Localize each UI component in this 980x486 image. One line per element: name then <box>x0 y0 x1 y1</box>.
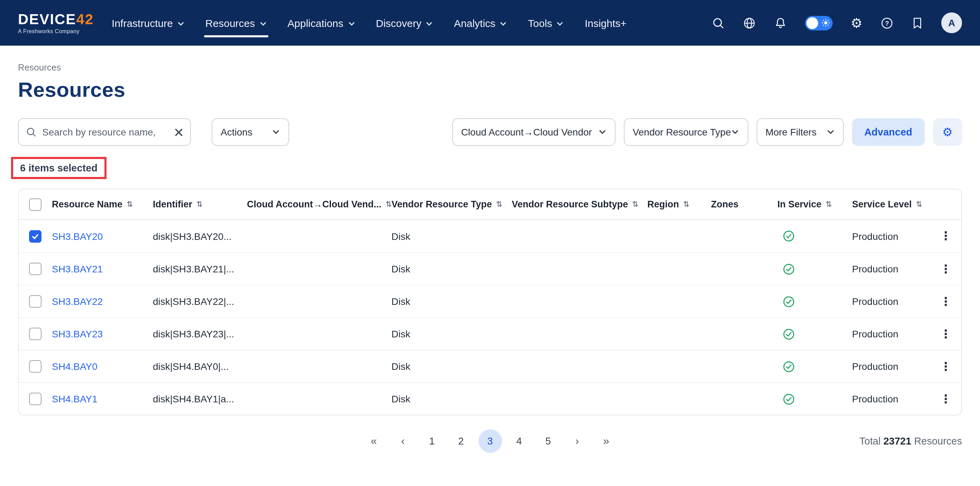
cloud-account-filter[interactable]: Cloud Account→Cloud Vendor <box>452 118 615 146</box>
sort-icon[interactable]: ⇅ <box>916 200 922 209</box>
sort-icon[interactable]: ⇅ <box>683 200 689 209</box>
page-2-button[interactable]: 2 <box>449 429 473 453</box>
svg-text:?: ? <box>885 19 889 27</box>
last-page-button[interactable]: » <box>595 429 618 453</box>
identifier-cell: disk|SH3.BAY21|... <box>153 264 247 275</box>
row-menu-button[interactable]: ⋮ <box>940 361 951 372</box>
search-icon[interactable] <box>712 16 725 29</box>
vendor-resource-type-filter[interactable]: Vendor Resource Type <box>624 118 748 146</box>
page-5-button[interactable]: 5 <box>536 429 560 453</box>
sort-icon[interactable]: ⇅ <box>196 200 203 209</box>
row-menu-cell: ⋮ <box>934 230 961 242</box>
toolbar-filters: Cloud Account→Cloud Vendor Vendor Resour… <box>452 118 962 146</box>
column-header[interactable]: Identifier⇅ <box>153 199 247 210</box>
advanced-button[interactable]: Advanced <box>852 118 925 146</box>
avatar[interactable]: A <box>941 13 962 33</box>
globe-icon[interactable] <box>743 16 756 29</box>
clear-search-icon[interactable] <box>174 127 183 137</box>
resource-name-link[interactable]: SH3.BAY22 <box>52 296 103 307</box>
row-checkbox[interactable] <box>29 295 41 308</box>
identifier-cell: disk|SH3.BAY23|... <box>153 329 247 340</box>
total-label: Total <box>859 435 880 446</box>
chevron-down-icon <box>348 20 355 27</box>
gear-icon[interactable]: ⚙ <box>851 16 862 29</box>
column-header-label: Region <box>648 199 679 210</box>
row-select-cell <box>19 230 52 242</box>
sort-icon[interactable]: ⇅ <box>496 200 503 209</box>
bell-icon[interactable] <box>774 16 787 29</box>
sort-icon[interactable]: ⇅ <box>826 200 832 209</box>
sun-icon <box>822 19 830 27</box>
column-header[interactable]: Resource Name⇅ <box>52 199 153 210</box>
theme-toggle[interactable] <box>805 16 833 30</box>
sort-icon[interactable]: ⇅ <box>385 200 391 209</box>
resource-name-cell: SH3.BAY22 <box>52 296 153 307</box>
in-service-check-icon <box>783 393 795 405</box>
logo-wordmark: DEVICE42 <box>18 11 94 26</box>
row-menu-button[interactable]: ⋮ <box>940 230 951 242</box>
nav-item-analytics[interactable]: Analytics <box>454 0 507 46</box>
row-checkbox[interactable] <box>29 360 41 373</box>
nav-item-discovery[interactable]: Discovery <box>376 0 433 46</box>
more-filters-dropdown[interactable]: More Filters <box>756 118 843 146</box>
row-menu-button[interactable]: ⋮ <box>940 393 951 405</box>
pagination: «‹12345›» <box>362 429 618 453</box>
resource-name-link[interactable]: SH3.BAY23 <box>52 329 103 340</box>
row-menu-button[interactable]: ⋮ <box>940 328 951 340</box>
column-header[interactable]: Vendor Resource Subtype⇅ <box>512 199 648 210</box>
bookmark-icon[interactable] <box>912 16 923 29</box>
search-input[interactable] <box>42 127 169 138</box>
chevron-down-icon <box>598 128 606 136</box>
resource-name-link[interactable]: SH4.BAY1 <box>52 393 97 404</box>
nav-item-applications[interactable]: Applications <box>287 0 355 46</box>
nav-item-insights[interactable]: Insights+ <box>585 0 627 46</box>
gear-glyph: ⚙ <box>851 16 862 29</box>
nav-item-infrastructure[interactable]: Infrastructure <box>112 0 185 46</box>
total-count: 23721 <box>883 435 912 446</box>
row-menu-cell: ⋮ <box>934 263 961 275</box>
row-checkbox[interactable] <box>29 230 41 242</box>
resource-name-cell: SH3.BAY21 <box>52 264 153 275</box>
column-header-label: Service Level <box>852 199 912 210</box>
row-checkbox[interactable] <box>29 263 41 275</box>
column-header[interactable]: Vendor Resource Type⇅ <box>391 199 512 210</box>
sort-icon[interactable]: ⇅ <box>127 200 133 209</box>
table-row: SH3.BAY22disk|SH3.BAY22|...DiskProductio… <box>19 285 961 317</box>
device42-logo[interactable]: DEVICE42 A Freshworks Company <box>18 11 94 34</box>
sort-icon[interactable]: ⇅ <box>632 200 638 209</box>
resource-name-link[interactable]: SH4.BAY0 <box>52 361 97 372</box>
page-4-button[interactable]: 4 <box>507 429 531 453</box>
table-settings-button[interactable]: ⚙ <box>933 118 962 146</box>
row-checkbox[interactable] <box>29 393 41 405</box>
row-menu-button[interactable]: ⋮ <box>940 263 951 275</box>
row-checkbox[interactable] <box>29 328 41 340</box>
page-3-button[interactable]: 3 <box>478 429 502 453</box>
nav-item-label: Infrastructure <box>112 17 173 29</box>
nav-item-label: Tools <box>528 17 552 29</box>
first-page-button[interactable]: « <box>362 429 385 453</box>
service-level-cell: Production <box>852 361 934 372</box>
row-menu-button[interactable]: ⋮ <box>940 295 951 307</box>
page-1-button[interactable]: 1 <box>420 429 444 453</box>
column-header[interactable]: Service Level⇅ <box>852 199 934 210</box>
next-page-button[interactable]: › <box>565 429 589 453</box>
nav-item-resources[interactable]: Resources <box>205 0 267 46</box>
column-header[interactable]: Region⇅ <box>648 199 711 210</box>
in-service-check-icon <box>783 295 795 307</box>
column-header[interactable]: In Service⇅ <box>777 199 852 210</box>
prev-page-button[interactable]: ‹ <box>391 429 415 453</box>
help-icon[interactable]: ? <box>880 16 894 29</box>
resources-table: Resource Name⇅Identifier⇅Cloud Account→C… <box>18 189 962 416</box>
in-service-check-icon <box>783 230 795 242</box>
resource-name-link[interactable]: SH3.BAY20 <box>52 230 103 241</box>
actions-dropdown[interactable]: Actions <box>212 118 289 146</box>
select-all-checkbox[interactable] <box>29 198 41 211</box>
nav-item-tools[interactable]: Tools <box>528 0 564 46</box>
column-header[interactable]: Cloud Account→Cloud Vend...⇅ <box>247 199 391 210</box>
resource-name-link[interactable]: SH3.BAY21 <box>52 264 103 275</box>
check-icon <box>31 232 40 240</box>
breadcrumb[interactable]: Resources <box>18 62 962 73</box>
table-row: SH3.BAY21disk|SH3.BAY21|...DiskProductio… <box>19 253 961 285</box>
column-header[interactable]: Zones <box>711 199 777 210</box>
nav-item-label: Applications <box>287 17 344 29</box>
